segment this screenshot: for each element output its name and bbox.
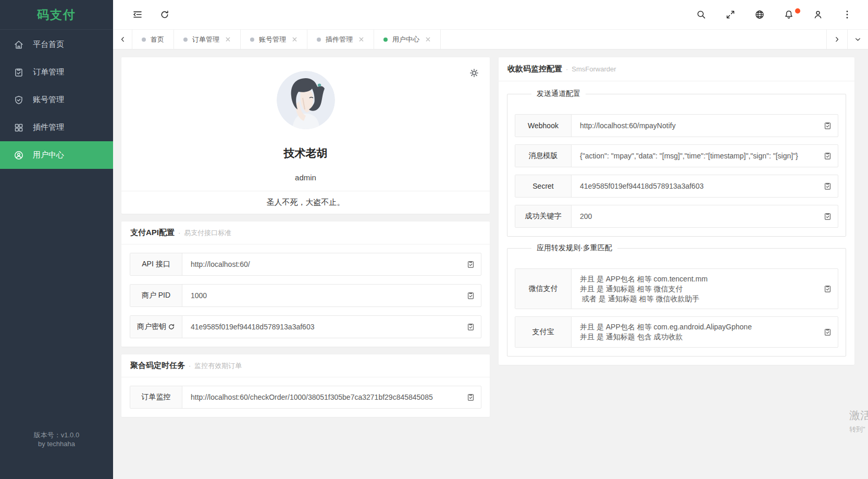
field-value[interactable]: 1000 (182, 285, 481, 306)
avatar (277, 71, 335, 129)
monitor-config-card: 收款码监控配置 · SmsForwarder 发送通道配置 Webhook ht… (499, 57, 854, 365)
copy-icon[interactable] (823, 182, 832, 191)
merchant-pid-row: 商户 PID 1000 (130, 284, 481, 307)
tab-dot (142, 38, 146, 42)
copy-icon[interactable] (823, 121, 832, 130)
refresh-icon[interactable] (159, 9, 170, 20)
payment-api-card: 支付API配置 · 易支付接口标准 API 接口 http://localhos… (121, 222, 490, 347)
field-value[interactable]: http://localhost:60/checkOrder/1000/3805… (182, 386, 481, 408)
dot-separator: · (566, 65, 568, 73)
alipay-rule-row: 支付宝 并且 是 APP包名 相等 com.eg.android.AlipayG… (515, 316, 838, 348)
field-value[interactable]: 并且 是 APP包名 相等 com.tencent.mm 并且 是 通知标题 相… (572, 269, 838, 309)
close-icon[interactable] (292, 36, 297, 42)
copy-icon[interactable] (466, 260, 475, 269)
sidebar-item-user-center[interactable]: 用户中心 (0, 141, 113, 169)
sidebar-item-orders[interactable]: 订单管理 (0, 58, 113, 86)
field-value[interactable]: 41e9585f019ef94418d578913a3af603 (572, 175, 838, 197)
sidebar-item-label: 账号管理 (33, 95, 64, 105)
copy-icon[interactable] (823, 328, 832, 337)
globe-icon[interactable] (754, 9, 765, 20)
field-value[interactable]: 并且 是 APP包名 相等 com.eg.android.AlipayGphon… (572, 317, 838, 347)
copy-icon[interactable] (823, 285, 832, 293)
copy-icon[interactable] (466, 291, 475, 300)
copy-icon[interactable] (466, 393, 475, 402)
sidebar-item-label: 用户中心 (33, 150, 64, 160)
copy-icon[interactable] (823, 152, 832, 161)
topbar (113, 0, 868, 30)
bell-icon[interactable] (784, 9, 794, 20)
sidebar-item-label: 插件管理 (33, 122, 64, 132)
more-vertical-icon[interactable] (842, 9, 852, 20)
card-subtitle: SmsForwarder (572, 65, 616, 73)
field-label: 商户 PID (130, 285, 182, 306)
sidebar-item-accounts[interactable]: 账号管理 (0, 86, 113, 114)
shield-check-icon (14, 95, 24, 105)
tab-plugins[interactable]: 插件管理 (307, 30, 374, 49)
field-value[interactable]: 200 (572, 205, 838, 227)
field-value[interactable]: {"action": "mpay","data": "[msg]","time"… (572, 145, 838, 167)
field-label: 微信支付 (515, 269, 572, 309)
order-monitor-row: 订单监控 http://localhost:60/checkOrder/1000… (130, 386, 481, 409)
field-label: 商户密钥 (130, 316, 182, 338)
tab-dot (250, 38, 254, 42)
close-icon[interactable] (225, 36, 231, 42)
tab-label: 插件管理 (326, 35, 353, 44)
profile-motto: 圣人不死，大盗不止。 (267, 198, 345, 207)
search-icon[interactable] (696, 9, 706, 20)
tab-list: 首页 订单管理 账号管理 插件管理 (132, 30, 826, 49)
copy-icon[interactable] (823, 212, 832, 221)
tabs-scroll-left-icon[interactable] (113, 30, 132, 49)
page-content: 技术老胡 admin 圣人不死，大盗不止。 支付API配置 · 易支付接口标准 (113, 50, 868, 479)
notification-dot (795, 8, 800, 14)
fullscreen-icon[interactable] (725, 9, 736, 20)
message-template-row: 消息模版 {"action": "mpay","data": "[msg]","… (515, 144, 838, 167)
menu-fold-icon[interactable] (132, 9, 143, 20)
tabs-scroll-right-icon[interactable] (826, 30, 847, 49)
card-title: 收款码监控配置 (507, 64, 562, 74)
tab-dot (183, 38, 188, 42)
field-label: 订单监控 (130, 386, 182, 408)
wechat-pay-rule-row: 微信支付 并且 是 APP包名 相等 com.tencent.mm 并且 是 通… (515, 268, 838, 309)
field-value[interactable]: http://localhost:60/mpayNotify (572, 115, 838, 137)
right-column: 收款码监控配置 · SmsForwarder 发送通道配置 Webhook ht… (499, 57, 854, 479)
gear-icon[interactable] (469, 68, 479, 78)
card-title: 聚合码定时任务 (130, 361, 185, 371)
close-icon[interactable] (425, 36, 431, 42)
sidebar-item-label: 订单管理 (33, 67, 64, 77)
tab-label: 订单管理 (192, 35, 219, 44)
tab-home[interactable]: 首页 (132, 30, 174, 49)
regenerate-key-icon[interactable] (168, 323, 175, 330)
left-column: 技术老胡 admin 圣人不死，大盗不止。 支付API配置 · 易支付接口标准 (121, 57, 490, 479)
grid-icon (14, 122, 24, 133)
app-window: 码支付 平台首页 订单管理 账号管理 (0, 0, 868, 479)
version-info: 版本号：v1.0.0 by techhaha (0, 431, 113, 449)
tab-label: 首页 (151, 35, 164, 44)
tab-accounts[interactable]: 账号管理 (241, 30, 307, 49)
tab-dot (383, 38, 388, 42)
forward-rules-fieldset: 应用转发规则·多重匹配 微信支付 并且 是 APP包名 相等 com.tence… (507, 248, 846, 357)
app-logo: 码支付 (0, 0, 113, 30)
sidebar-item-platform-home[interactable]: 平台首页 (0, 31, 113, 58)
version-number: 版本号：v1.0.0 (0, 431, 113, 440)
tab-user-center[interactable]: 用户中心 (374, 30, 441, 49)
user-icon[interactable] (813, 9, 823, 20)
merchant-key-row: 商户密钥 41e9585f019ef94418d578913a3af603 (130, 315, 481, 338)
aggregate-task-card: 聚合码定时任务 · 监控有效期订单 订单监控 http://localhost:… (121, 354, 490, 417)
field-value[interactable]: 41e9585f019ef94418d578913a3af603 (182, 316, 481, 338)
tabbar: 首页 订单管理 账号管理 插件管理 (113, 30, 868, 50)
card-title: 支付API配置 (130, 228, 175, 238)
sidebar-item-label: 平台首页 (33, 40, 64, 50)
field-value[interactable]: http://localhost:60/ (182, 253, 481, 275)
secret-row: Secret 41e9585f019ef94418d578913a3af603 (515, 175, 838, 198)
copy-icon[interactable] (466, 323, 475, 331)
api-endpoint-row: API 接口 http://localhost:60/ (130, 253, 481, 276)
field-label: API 接口 (130, 253, 182, 275)
profile-name: 技术老胡 (284, 146, 328, 161)
tabs-menu-chevron-down-icon[interactable] (847, 30, 868, 49)
close-icon[interactable] (358, 36, 364, 42)
clipboard-check-icon (14, 67, 24, 78)
tab-orders[interactable]: 订单管理 (174, 30, 241, 49)
dot-separator: · (189, 362, 191, 370)
card-subtitle: 易支付接口标准 (184, 228, 231, 238)
sidebar-item-plugins[interactable]: 插件管理 (0, 114, 113, 141)
